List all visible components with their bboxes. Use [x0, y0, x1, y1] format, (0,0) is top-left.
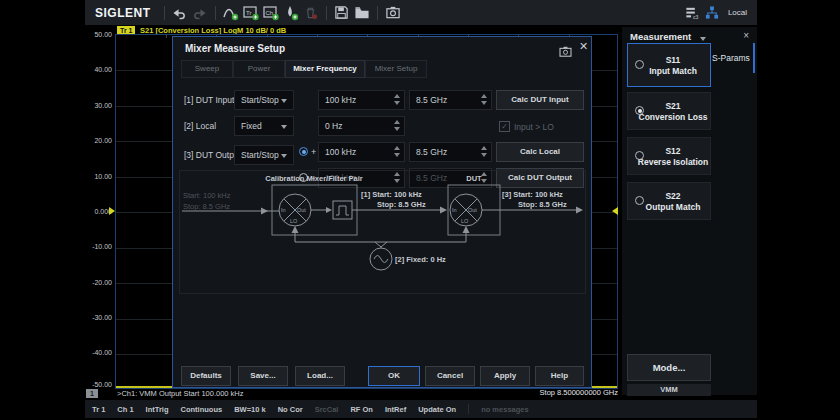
toolbar: SIGLENT Tr Ch [85, 0, 757, 25]
input-gt-lo-checkbox[interactable]: ✓ Input > LO [499, 121, 554, 132]
redo-icon[interactable] [190, 4, 210, 22]
panel-title[interactable]: Measurement [630, 31, 691, 42]
local-mode-dropdown[interactable]: Fixed [234, 116, 294, 136]
recall-folder-icon[interactable] [352, 4, 372, 22]
status-sweep[interactable]: Continuous [181, 405, 223, 414]
stage1-stop-label: Stop: 8.5 GHz [377, 200, 426, 209]
status-bandwidth[interactable]: BW=10 k [234, 405, 265, 414]
measurement-panel: Measurement × S11 Input Match S21 Conver… [622, 27, 757, 395]
measurement-name: Output Match [638, 202, 701, 212]
ref-level-marker-right [612, 207, 618, 215]
tab-mixer-setup[interactable]: Mixer Setup [365, 60, 427, 78]
dialog-screenshot-icon[interactable] [559, 43, 572, 61]
dropdown-value: Start/Stop [241, 95, 279, 105]
mixer-lo-label: LO [290, 218, 298, 224]
measurement-name: Input Match [641, 66, 697, 76]
channel-status-label: >Ch1: VMM Output Start 100.000 kHz [117, 389, 244, 398]
radio-s22[interactable] [635, 196, 644, 205]
delete-icon[interactable] [301, 4, 321, 22]
window-layout-icon[interactable]: c3 [682, 4, 702, 22]
status-srccal[interactable]: SrcCal [315, 405, 339, 414]
measurement-code: S12 [657, 146, 680, 156]
network-icon[interactable] [702, 4, 722, 22]
mixer-out-label: Out [468, 207, 477, 213]
tab-mixer-frequency[interactable]: Mixer Frequency [285, 60, 365, 78]
mode-button[interactable]: Mode... [627, 354, 711, 381]
stage3-start-label: [3] Start: 100 kHz [502, 190, 563, 199]
mixer-out-label: Out [297, 207, 306, 213]
s-params-tab-indicator [753, 43, 755, 73]
stepper-icons[interactable] [481, 146, 487, 157]
tab-sweep[interactable]: Sweep [181, 60, 233, 78]
save-button[interactable]: Save... [238, 366, 288, 386]
dut-input-stop-field[interactable]: 8.5 GHz [409, 90, 492, 110]
svg-text:Ch: Ch [265, 9, 273, 15]
dut-output-mode-dropdown[interactable]: Start/Stop [234, 145, 294, 165]
stepper-icons[interactable] [394, 94, 400, 105]
local-frequency-field[interactable]: 0 Hz [318, 116, 405, 136]
stepper-icons[interactable] [394, 146, 400, 157]
close-icon[interactable]: × [743, 30, 749, 41]
dialog-close-icon[interactable]: ✕ [579, 40, 588, 53]
status-correction[interactable]: No Cor [278, 405, 303, 414]
help-button[interactable]: Help [535, 366, 584, 386]
mixer-in-label: In [281, 207, 286, 213]
dut-output-plus-stop-field[interactable]: 8.5 GHz [409, 142, 492, 162]
measurement-item-s21[interactable]: S21 Conversion Loss [627, 92, 711, 130]
svg-text:c3: c3 [693, 14, 699, 20]
status-update[interactable]: Update On [418, 405, 456, 414]
radio-s11[interactable] [635, 60, 644, 69]
local-status-label[interactable]: Local [728, 8, 747, 17]
measurement-item-s22[interactable]: S22 Output Match [627, 182, 711, 220]
save-icon[interactable] [332, 4, 352, 22]
calc-dut-input-button[interactable]: Calc DUT Input [496, 90, 584, 110]
y-axis-label: 50.00 [84, 31, 112, 39]
chevron-down-icon[interactable] [700, 37, 706, 41]
dropdown-value: Fixed [241, 121, 262, 131]
mixer-lo-label: LO [461, 218, 469, 224]
radio-s21-selected[interactable] [635, 106, 644, 115]
radio-output-plus-selected[interactable] [299, 147, 308, 156]
y-axis-label: -30.00 [84, 314, 112, 322]
stepper-icons[interactable] [481, 94, 487, 105]
y-axis-label: 20.00 [84, 137, 112, 145]
cancel-button[interactable]: Cancel [425, 366, 475, 386]
add-channel-icon[interactable]: Ch [261, 4, 281, 22]
toolbar-separator [215, 6, 216, 20]
status-trigger[interactable]: IntTrig [146, 405, 169, 414]
measurement-code: S22 [657, 191, 680, 201]
channel-number-chip[interactable]: 1 [86, 389, 98, 398]
screenshot-icon[interactable] [383, 4, 403, 22]
tab-power[interactable]: Power [233, 60, 285, 78]
load-button[interactable]: Load... [295, 366, 345, 386]
dut-input-start-field[interactable]: 100 kHz [318, 90, 405, 110]
status-trace[interactable]: Tr 1 [92, 405, 105, 414]
add-trace-window-icon[interactable]: Tr [241, 4, 261, 22]
apply-button[interactable]: Apply [480, 366, 530, 386]
status-rf[interactable]: RF On [350, 405, 373, 414]
status-reference[interactable]: IntRef [385, 405, 406, 414]
ok-button[interactable]: OK [368, 366, 420, 386]
y-axis-label: 30.00 [84, 102, 112, 110]
checkbox-checked-icon[interactable]: ✓ [499, 121, 510, 132]
plus-sign-label: + [311, 142, 316, 162]
dut-output-plus-start-field[interactable]: 100 kHz [318, 142, 405, 162]
calc-local-button[interactable]: Calc Local [496, 142, 584, 162]
add-marker-icon[interactable] [281, 4, 301, 22]
dut-input-mode-dropdown[interactable]: Start/Stop [234, 90, 294, 110]
measurement-item-s12[interactable]: S12 Reverse Isolation [627, 137, 711, 175]
add-trace-icon[interactable] [221, 4, 241, 22]
defaults-button[interactable]: Defaults [181, 366, 231, 386]
y-axis-label: 0.000 [84, 208, 112, 216]
stepper-icons[interactable] [394, 120, 400, 131]
y-axis-label: 40.00 [84, 66, 112, 74]
measurement-item-s11[interactable]: S11 Input Match [627, 43, 711, 87]
s-params-tab[interactable]: S-Params [712, 53, 750, 63]
status-message: no messages [481, 405, 529, 414]
mixer-measure-setup-dialog: Mixer Measure Setup ✕ Sweep Power Mixer … [172, 36, 592, 388]
dialog-tabs: Sweep Power Mixer Frequency Mixer Setup [181, 60, 427, 78]
status-channel[interactable]: Ch 1 [117, 405, 133, 414]
radio-s12[interactable] [635, 151, 644, 160]
checkbox-label: Input > LO [514, 122, 554, 132]
undo-icon[interactable] [170, 4, 190, 22]
